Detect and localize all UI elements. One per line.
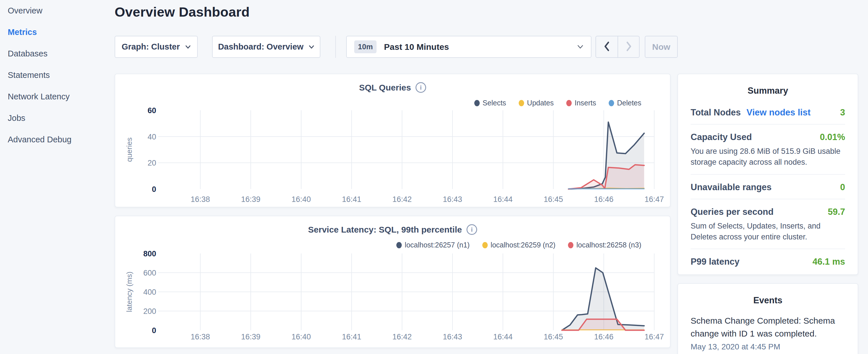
svg-text:0: 0 bbox=[152, 326, 156, 335]
legend-item-inserts: Inserts bbox=[566, 99, 596, 107]
legend-dot bbox=[396, 242, 402, 248]
summary-row-label: Unavailable ranges bbox=[691, 182, 772, 192]
y-axis-title: queries bbox=[125, 137, 133, 162]
event-timestamp: May 13, 2020 at 4:45 PM bbox=[691, 342, 845, 351]
chevron-right-icon bbox=[625, 40, 633, 53]
prev-time-button[interactable] bbox=[596, 36, 618, 57]
summary-row-description: You are using 28.6 MiB of 515.9 GiB usab… bbox=[691, 146, 845, 168]
sidebar-list: OverviewMetricsDatabasesStatementsNetwor… bbox=[0, 0, 115, 150]
legend-label: localhost:26257 (n1) bbox=[405, 241, 470, 249]
time-step-buttons bbox=[595, 36, 640, 58]
svg-text:200: 200 bbox=[143, 307, 156, 316]
view-nodes-list-link[interactable]: View nodes list bbox=[746, 107, 810, 118]
time-range-label: Past 10 Minutes bbox=[384, 42, 449, 52]
summary-row-description: Sum of Selects, Updates, Inserts, and De… bbox=[691, 221, 845, 243]
page-title: Overview Dashboard bbox=[115, 4, 250, 20]
svg-text:16:45: 16:45 bbox=[544, 195, 563, 204]
event-text: Schema Change Completed: Schema change w… bbox=[691, 314, 845, 340]
svg-text:16:43: 16:43 bbox=[443, 332, 462, 341]
gridlines bbox=[158, 110, 654, 189]
event-item[interactable]: Schema Change Completed: Schema change w… bbox=[691, 314, 845, 351]
svg-text:0: 0 bbox=[152, 185, 156, 194]
legend-dot bbox=[482, 242, 488, 248]
y-axis-labels: 0200400600800 bbox=[143, 250, 156, 335]
summary-row-unavailable-ranges: Unavailable ranges0 bbox=[691, 175, 845, 199]
svg-text:16:42: 16:42 bbox=[392, 332, 412, 341]
sidebar-item-jobs[interactable]: Jobs bbox=[0, 107, 115, 129]
summary-row-label: P99 latency bbox=[691, 257, 740, 267]
svg-text:16:47: 16:47 bbox=[645, 332, 664, 341]
svg-text:16:39: 16:39 bbox=[241, 195, 260, 204]
events-title: Events bbox=[691, 284, 845, 305]
svg-text:16:39: 16:39 bbox=[241, 332, 260, 341]
svg-text:600: 600 bbox=[143, 269, 156, 277]
legend-dot bbox=[474, 100, 480, 106]
summary-row-total-nodes: Total NodesView nodes list3 bbox=[691, 100, 845, 125]
legend-item-deletes: Deletes bbox=[609, 99, 641, 107]
legend-dot bbox=[568, 242, 574, 248]
sidebar-item-statements[interactable]: Statements bbox=[0, 64, 115, 86]
sidebar-item-overview[interactable]: Overview bbox=[0, 0, 115, 22]
x-axis-labels: 16:3816:3916:4016:4116:4216:4316:4416:45… bbox=[191, 195, 664, 204]
next-time-button[interactable] bbox=[618, 36, 639, 57]
svg-text:16:44: 16:44 bbox=[493, 332, 513, 341]
svg-text:16:46: 16:46 bbox=[594, 195, 614, 204]
legend-label: Inserts bbox=[575, 99, 596, 107]
summary-row-label: Queries per second bbox=[691, 207, 773, 217]
legend-item-localhost-26257-n1: localhost:26257 (n1) bbox=[396, 241, 470, 249]
summary-row-value: 46.1 ms bbox=[812, 257, 845, 267]
legend-label: Selects bbox=[483, 99, 506, 107]
legend-label: Updates bbox=[527, 99, 554, 107]
sql-queries-card: 0204060queries16:3816:3916:4016:4116:421… bbox=[115, 74, 671, 207]
y-axis-labels: 0204060 bbox=[148, 106, 156, 194]
time-range-dropdown[interactable]: 10m Past 10 Minutes bbox=[346, 36, 591, 58]
chart-title: SQL Queries bbox=[359, 83, 411, 93]
svg-text:40: 40 bbox=[148, 133, 156, 141]
chevron-down-icon bbox=[577, 45, 584, 49]
svg-text:16:40: 16:40 bbox=[291, 332, 311, 341]
sidebar-item-network-latency[interactable]: Network Latency bbox=[0, 86, 115, 107]
summary-row-value: 59.7 bbox=[828, 207, 845, 217]
x-axis-labels: 16:3816:3916:4016:4116:4216:4316:4416:45… bbox=[191, 332, 664, 341]
legend-label: localhost:26258 (n3) bbox=[576, 241, 641, 249]
svg-text:400: 400 bbox=[143, 288, 156, 296]
events-list: Schema Change Completed: Schema change w… bbox=[691, 314, 845, 351]
sidebar-item-advanced-debug[interactable]: Advanced Debug bbox=[0, 129, 115, 150]
svg-text:16:44: 16:44 bbox=[493, 195, 513, 204]
svg-text:16:38: 16:38 bbox=[191, 195, 210, 204]
sidebar-item-databases[interactable]: Databases bbox=[0, 43, 115, 64]
time-range-badge: 10m bbox=[354, 40, 376, 53]
summary-row-p99-latency: P99 latency46.1 ms bbox=[691, 249, 845, 273]
legend-label: Deletes bbox=[617, 99, 641, 107]
dashboard-dropdown[interactable]: Dashboard: Overview bbox=[212, 36, 320, 58]
summary-rows: Total NodesView nodes list3Capacity Used… bbox=[691, 100, 845, 273]
summary-row-label: Capacity Used bbox=[691, 132, 752, 142]
summary-row-value: 0 bbox=[840, 182, 845, 192]
svg-text:800: 800 bbox=[143, 250, 156, 258]
svg-text:16:46: 16:46 bbox=[594, 332, 614, 341]
summary-row-capacity-used: Capacity Used0.01%You are using 28.6 MiB… bbox=[691, 125, 845, 175]
svg-text:16:38: 16:38 bbox=[191, 332, 210, 341]
now-button[interactable]: Now bbox=[645, 36, 678, 58]
legend-item-localhost-26259-n2: localhost:26259 (n2) bbox=[482, 241, 556, 249]
service-latency-chart[interactable]: 0200400600800latency (ms)16:3816:3916:40… bbox=[115, 216, 670, 347]
sidebar-item-metrics[interactable]: Metrics bbox=[0, 22, 115, 43]
summary-row-value: 3 bbox=[840, 107, 845, 118]
legend-dot bbox=[609, 100, 614, 106]
svg-text:16:41: 16:41 bbox=[342, 195, 361, 204]
toolbar: Graph: Cluster Dashboard: Overview 10m P… bbox=[115, 36, 678, 58]
legend-label: localhost:26259 (n2) bbox=[491, 241, 556, 249]
sql-queries-chart[interactable]: 0204060queries16:3816:3916:4016:4116:421… bbox=[115, 74, 670, 207]
graph-dropdown-label: Graph: Cluster bbox=[122, 42, 180, 52]
legend-item-selects: Selects bbox=[474, 99, 506, 107]
svg-text:16:47: 16:47 bbox=[645, 195, 664, 204]
info-icon[interactable]: i bbox=[415, 82, 426, 93]
svg-text:16:40: 16:40 bbox=[291, 195, 311, 204]
svg-text:20: 20 bbox=[148, 159, 156, 167]
events-panel: Events Schema Change Completed: Schema c… bbox=[677, 283, 858, 354]
info-icon[interactable]: i bbox=[467, 224, 477, 235]
svg-text:16:42: 16:42 bbox=[392, 195, 412, 204]
svg-text:16:43: 16:43 bbox=[443, 195, 462, 204]
svg-text:60: 60 bbox=[148, 106, 156, 115]
graph-dropdown[interactable]: Graph: Cluster bbox=[115, 36, 198, 58]
